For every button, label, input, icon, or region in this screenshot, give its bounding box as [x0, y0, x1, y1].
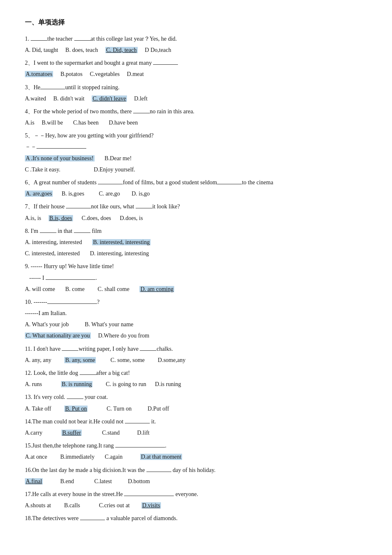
question-5: 5、－－Hey, how are you getting with your g… [25, 130, 367, 175]
question-6: 6、A great number of students fond of fil… [25, 177, 367, 199]
section-title: 一、单项选择 [25, 17, 367, 29]
question-11: 11. I don't have writing paper, I only h… [25, 344, 367, 365]
question-13: 13. It's very cold. your coat. A. Take o… [25, 392, 367, 413]
question-9: 9. ------ Hurry up! We have little time!… [25, 261, 367, 294]
question-18: 18.The detectives were a valuable parcel… [25, 513, 367, 523]
question-2: 2、I went to the supermarket and bought a… [25, 58, 367, 79]
question-4: 4、For the whole period of two months, th… [25, 106, 367, 128]
question-16: 16.On the last day he made a big dicisio… [25, 465, 367, 487]
question-8: 8. I'm in that film A. interesting, inte… [25, 226, 367, 259]
questions-container: 1. the teacher at this college last year… [25, 34, 367, 524]
question-12: 12. Look, the little dog after a big cat… [25, 368, 367, 389]
question-17: 17.He calls at every house in the street… [25, 489, 367, 511]
question-15: 15.Just then,the telephone rang.It rang … [25, 440, 367, 462]
question-14: 14.The man could not bear it.He could no… [25, 416, 367, 438]
question-3: 3、Heuntil it stopped raining. A.waited B… [25, 82, 367, 104]
question-1: 1. the teacher at this college last year… [25, 34, 367, 55]
question-10: 10. -------? -------I am Italian. A. Wha… [25, 297, 367, 341]
question-7: 7、If their house not like ours, what it … [25, 201, 367, 223]
